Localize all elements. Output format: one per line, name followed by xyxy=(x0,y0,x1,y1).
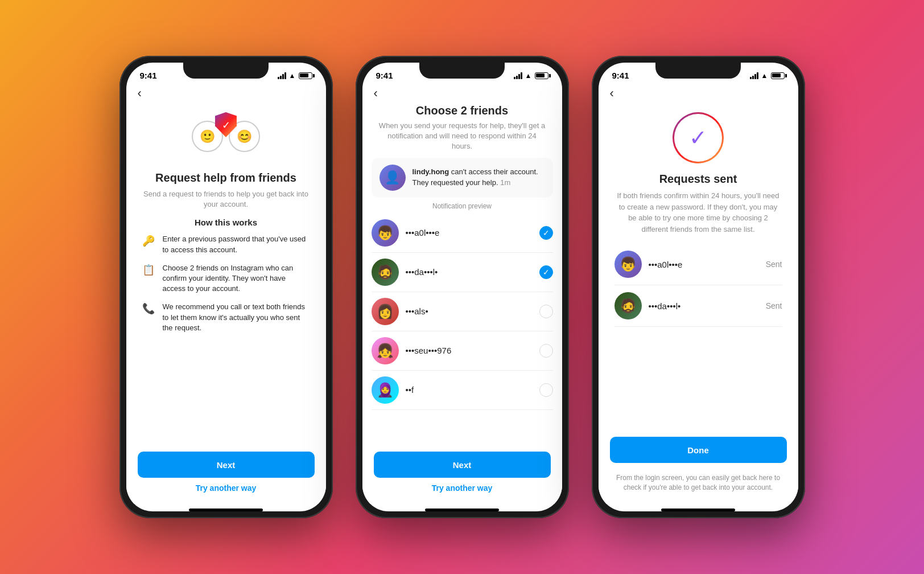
wifi-icon-3: ▲ xyxy=(761,72,768,80)
home-bar-1 xyxy=(189,509,263,511)
friend-check-3[interactable] xyxy=(539,305,553,318)
friend-avatar-3: 👩 xyxy=(372,298,399,325)
notif-time: 1m xyxy=(500,178,510,187)
list-icon: 📋 xyxy=(142,264,156,276)
try-another-1[interactable]: Try another way xyxy=(196,483,257,493)
p1-title: Request help from friends xyxy=(155,171,296,184)
step-1: 🔑 Enter a previous password that you've … xyxy=(142,234,310,255)
friend-name-2: •••da•••l• xyxy=(406,267,539,277)
phone-1: 9:41 ▲ ‹ 🙂 ✓ 😊 xyxy=(119,56,333,518)
sent-status-2: Sent xyxy=(766,301,782,310)
notif-text: lindy.hong can't access their account. T… xyxy=(412,167,545,187)
p2-header: Choose 2 friends When you send your requ… xyxy=(362,101,562,158)
p3-title: Requests sent xyxy=(659,173,737,186)
bottom-3: Done From the login screen, you can easi… xyxy=(599,429,798,504)
bottom-2: Next Try another way xyxy=(362,444,562,504)
signal-icon-2 xyxy=(514,72,522,79)
friend-avatar-5: 🧕 xyxy=(372,376,399,404)
friend-item-4[interactable]: 👧 •••seu•••976 xyxy=(372,331,553,371)
time-2: 9:41 xyxy=(376,71,393,80)
notif-label: Notification preview xyxy=(362,202,562,210)
friend-item-5[interactable]: 🧕 ••f xyxy=(372,371,553,410)
phone-3: 9:41 ▲ ‹ ✓ Requests sent If both friends… xyxy=(592,56,805,518)
friend-avatar-4: 👧 xyxy=(372,337,399,364)
sent-name-1: •••a0l•••e xyxy=(649,260,766,269)
home-bar-3 xyxy=(661,509,735,511)
friend-avatar-1: 👦 xyxy=(372,219,399,247)
p1-subtitle: Send a request to friends to help you ge… xyxy=(142,189,310,210)
sent-list: 👦 •••a0l•••e Sent 🧔 •••da•••l• Sent xyxy=(614,244,782,327)
status-icons-3: ▲ xyxy=(750,72,785,80)
bottom-1: Next Try another way xyxy=(126,444,326,504)
step-2: 📋 Choose 2 friends on Instagram who can … xyxy=(142,263,310,294)
friend-item-3[interactable]: 👩 •••als• xyxy=(372,292,553,331)
battery-icon-2 xyxy=(535,72,548,79)
step-2-text: Choose 2 friends on Instagram who can co… xyxy=(163,263,310,294)
try-another-2[interactable]: Try another way xyxy=(432,483,493,493)
status-icons-1: ▲ xyxy=(278,72,312,80)
notif-avatar: 👤 xyxy=(380,165,406,191)
p3-bottom-note: From the login screen, you can easily ge… xyxy=(610,473,787,493)
friends-list: 👦 •••a0l•••e ✓ 🧔 •••da•••l• ✓ 👩 •••als• … xyxy=(362,214,562,444)
sent-status-1: Sent xyxy=(766,260,782,269)
notif-user: lindy.hong xyxy=(412,167,449,176)
success-icon: ✓ xyxy=(673,112,724,163)
signal-icon-1 xyxy=(278,72,286,79)
sent-item-2: 🧔 •••da•••l• Sent xyxy=(614,285,782,327)
signal-icon-3 xyxy=(750,72,758,79)
friend-check-5[interactable] xyxy=(539,383,553,397)
battery-icon-3 xyxy=(771,72,785,79)
shield-icon: ✓ xyxy=(215,112,237,137)
back-button-2[interactable]: ‹ xyxy=(362,84,562,101)
p3-subtitle: If both friends confirm within 24 hours,… xyxy=(614,190,782,235)
friend-check-4[interactable] xyxy=(539,344,553,358)
wifi-icon-1: ▲ xyxy=(289,72,296,80)
done-button[interactable]: Done xyxy=(610,437,787,463)
phone-icon: 📞 xyxy=(142,302,156,315)
sent-avatar-1: 👦 xyxy=(614,251,642,278)
steps-list: 🔑 Enter a previous password that you've … xyxy=(142,234,310,333)
how-works-title: How this works xyxy=(195,218,257,227)
step-1-text: Enter a previous password that you've us… xyxy=(163,234,310,255)
wifi-icon-2: ▲ xyxy=(525,72,532,80)
next-button-1[interactable]: Next xyxy=(138,452,315,478)
notch-2 xyxy=(419,63,505,79)
notification-preview: 👤 lindy.hong can't access their account.… xyxy=(372,158,553,198)
status-icons-2: ▲ xyxy=(514,72,548,80)
key-icon: 🔑 xyxy=(142,235,156,247)
next-button-2[interactable]: Next xyxy=(374,452,551,478)
friend-check-2[interactable]: ✓ xyxy=(539,265,553,279)
home-bar-2 xyxy=(425,509,499,511)
notch-3 xyxy=(655,63,741,79)
p3-content: ✓ Requests sent If both friends confirm … xyxy=(599,101,798,429)
sent-item-1: 👦 •••a0l•••e Sent xyxy=(614,244,782,285)
illustration-1: 🙂 ✓ 😊 xyxy=(192,112,260,163)
back-button-3[interactable]: ‹ xyxy=(599,84,798,101)
friend-item-2[interactable]: 🧔 •••da•••l• ✓ xyxy=(372,253,553,292)
friend-name-5: ••f xyxy=(406,385,539,395)
friend-name-4: •••seu•••976 xyxy=(406,346,539,355)
friend-check-1[interactable]: ✓ xyxy=(539,226,553,240)
time-1: 9:41 xyxy=(140,71,157,80)
battery-icon-1 xyxy=(299,72,312,79)
p2-title: Choose 2 friends xyxy=(378,104,546,117)
friend-name-3: •••als• xyxy=(406,306,539,316)
step-3: 📞 We recommend you call or text both fri… xyxy=(142,302,310,333)
friend-name-1: •••a0l•••e xyxy=(406,228,539,237)
back-button-1[interactable]: ‹ xyxy=(126,84,326,101)
friend-avatar-2: 🧔 xyxy=(372,259,399,286)
step-3-text: We recommend you call or text both frien… xyxy=(163,302,310,333)
friend-item-1[interactable]: 👦 •••a0l•••e ✓ xyxy=(372,214,553,253)
p2-subtitle: When you send your requests for help, th… xyxy=(378,121,546,152)
sent-avatar-2: 🧔 xyxy=(614,292,642,319)
time-3: 9:41 xyxy=(612,71,629,80)
sent-name-2: •••da•••l• xyxy=(649,301,766,311)
phone-2: 9:41 ▲ ‹ Choose 2 friends When you send … xyxy=(356,56,569,518)
notch-1 xyxy=(183,63,269,79)
